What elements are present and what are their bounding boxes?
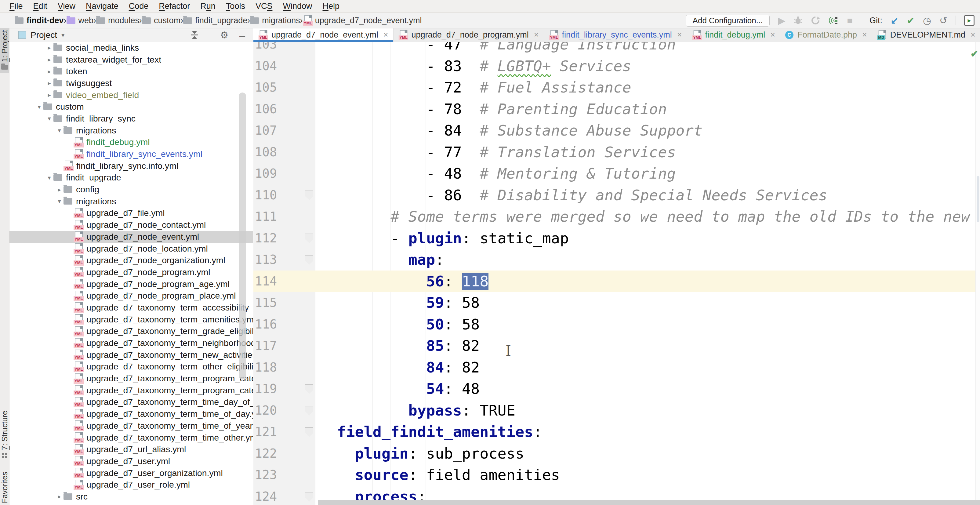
chevron-collapsed-icon[interactable]: ▸ xyxy=(45,44,53,51)
editor-line-111[interactable]: 111 # Some terms were merged so we need … xyxy=(253,206,976,228)
menu-edit[interactable]: Edit xyxy=(28,2,53,11)
editor-line-110[interactable]: 110 - 86 # Disability and Special Needs … xyxy=(253,185,976,206)
tree-item-upgrade-d7-taxonomy-term-new-activities[interactable]: YMLupgrade_d7_taxonomy_term_new_activiti… xyxy=(10,349,253,361)
menu-help[interactable]: Help xyxy=(317,2,345,11)
editor-line-108[interactable]: 108 - 77 # Translation Services xyxy=(253,141,976,163)
menu-view[interactable]: View xyxy=(52,2,81,11)
editor-line-103[interactable]: 103 - 47 # Language Instruction xyxy=(253,42,976,55)
tree-item-upgrade-d7-node-program-age-yml[interactable]: YMLupgrade_d7_node_program_age.yml xyxy=(10,278,253,290)
breadcrumb-item[interactable]: findit-dev xyxy=(15,16,64,25)
tree-item-upgrade-d7-taxonomy-term-time-other-ym[interactable]: YMLupgrade_d7_taxonomy_term_time_other.y… xyxy=(10,432,253,444)
tree-scrollbar[interactable] xyxy=(239,92,246,379)
breadcrumb-item[interactable]: custom xyxy=(142,16,180,25)
tree-item-upgrade-d7-user-yml[interactable]: YMLupgrade_d7_user.yml xyxy=(10,455,253,467)
coverage-icon[interactable] xyxy=(811,16,820,25)
tree-item-token[interactable]: ▸token xyxy=(10,65,253,77)
tree-item-upgrade-d7-taxonomy-term-program-cate[interactable]: YMLupgrade_d7_taxonomy_term_program_cate xyxy=(10,373,253,384)
project-panel-title[interactable]: Project xyxy=(30,30,57,40)
breadcrumb-item[interactable]: modules xyxy=(96,16,139,25)
tool-stripe-favorites-button[interactable]: 2: Favorites xyxy=(0,465,9,505)
breadcrumb-item[interactable]: migrations xyxy=(250,16,300,25)
menu-tools[interactable]: Tools xyxy=(221,2,250,11)
tree-item-upgrade-d7-taxonomy-term-amenities-yml[interactable]: YMLupgrade_d7_taxonomy_term_amenities.ym… xyxy=(10,314,253,325)
chevron-expanded-icon[interactable]: ▾ xyxy=(35,103,43,110)
chevron-collapsed-icon[interactable]: ▸ xyxy=(55,493,64,500)
tree-item-upgrade-d7-taxonomy-term-time-of-day-y[interactable]: YMLupgrade_d7_taxonomy_term_time_of_day.… xyxy=(10,408,253,420)
tree-item-upgrade-d7-taxonomy-term-program-cate[interactable]: YMLupgrade_d7_taxonomy_term_program_cate xyxy=(10,384,253,396)
menu-window[interactable]: Window xyxy=(277,2,317,11)
tree-item-migrations[interactable]: ▾migrations xyxy=(10,195,253,207)
close-icon[interactable]: × xyxy=(677,30,682,40)
tree-item-upgrade-d7-taxonomy-term-time-of-year-[interactable]: YMLupgrade_d7_taxonomy_term_time_of_year… xyxy=(10,420,253,432)
tree-item-upgrade-d7-taxonomy-term-grade-eligibil[interactable]: YMLupgrade_d7_taxonomy_term_grade_eligib… xyxy=(10,325,253,338)
editor-line-123[interactable]: 123 source: field_amenities xyxy=(253,464,976,486)
tree-item-upgrade-d7-node-program-yml[interactable]: YMLupgrade_d7_node_program.yml xyxy=(10,266,253,278)
editor[interactable]: 103 - 47 # Language Instruction104 - 83 … xyxy=(253,42,980,505)
tree-item-src[interactable]: ▸src xyxy=(10,491,253,503)
close-icon[interactable]: × xyxy=(970,30,975,40)
chevron-expanded-icon[interactable]: ▾ xyxy=(55,127,64,134)
collapse-all-icon[interactable] xyxy=(191,31,198,39)
editor-line-115[interactable]: 115 59: 58 xyxy=(253,292,976,314)
breadcrumb-item[interactable]: YMLupgrade_d7_node_event.yml xyxy=(303,15,422,25)
tree-item-upgrade-d7-node-organization-yml[interactable]: YMLupgrade_d7_node_organization.yml xyxy=(10,254,253,266)
chevron-down-icon[interactable]: ▾ xyxy=(61,32,64,39)
tree-item-twigsuggest[interactable]: ▸twigsuggest xyxy=(10,77,253,89)
editor-line-107[interactable]: 107 - 84 # Substance Abuse Support xyxy=(253,120,976,141)
tree-item-findit-library-sync[interactable]: ▾findit_library_sync xyxy=(10,113,253,124)
tree-item-upgrade-d7-taxonomy-term-neighborhood[interactable]: YMLupgrade_d7_taxonomy_term_neighborhood xyxy=(10,337,253,349)
editor-line-119[interactable]: 119 54: 48 xyxy=(253,378,976,400)
editor-line-112[interactable]: 112 - plugin: static_map xyxy=(253,228,976,249)
run-icon[interactable]: ▶ xyxy=(778,16,785,25)
chevron-collapsed-icon[interactable]: ▸ xyxy=(45,68,53,75)
tree-item-video-embed-field[interactable]: ▸video_embed_field xyxy=(10,89,253,101)
menu-file[interactable]: File xyxy=(4,2,28,11)
tree-item-upgrade-d7-taxonomy-term-accessibility-c[interactable]: YMLupgrade_d7_taxonomy_term_accessibilit… xyxy=(10,302,253,314)
git-rollback-icon[interactable]: ↺ xyxy=(939,16,947,25)
tree-item-social-media-links[interactable]: ▸social_media_links xyxy=(10,42,253,54)
editor-line-114[interactable]: 114 56: 118 xyxy=(253,271,976,292)
close-icon[interactable]: × xyxy=(383,30,388,40)
editor-horizontal-scrollbar[interactable] xyxy=(318,500,980,505)
menu-refactor[interactable]: Refactor xyxy=(154,2,195,11)
git-update-icon[interactable]: ↙ xyxy=(891,16,899,25)
tree-item-findit-debug-yml[interactable]: YMLfindit_debug.yml xyxy=(10,137,253,148)
tree-item-upgrade-d7-url-alias-yml[interactable]: YMLupgrade_d7_url_alias.yml xyxy=(10,443,253,455)
stop-icon[interactable]: ■ xyxy=(847,16,853,25)
tree-item-textarea-widget-for-text[interactable]: ▸textarea_widget_for_text xyxy=(10,54,253,65)
chevron-collapsed-icon[interactable]: ▸ xyxy=(45,56,53,63)
menu-vcs[interactable]: VCS xyxy=(250,2,278,11)
breadcrumb-item[interactable]: findit_upgrade xyxy=(183,16,247,25)
editor-line-121[interactable]: 121field_findit_amenities: xyxy=(253,421,976,443)
breadcrumb-item[interactable]: web xyxy=(67,16,94,25)
editor-line-113[interactable]: 113 map: xyxy=(253,249,976,271)
editor-line-116[interactable]: 116 50: 58 xyxy=(253,314,976,335)
debug-icon[interactable] xyxy=(794,16,803,25)
chevron-collapsed-icon[interactable]: ▸ xyxy=(45,91,53,99)
menu-run[interactable]: Run xyxy=(195,2,221,11)
menu-code[interactable]: Code xyxy=(124,2,154,11)
profiler-icon[interactable] xyxy=(828,16,838,25)
close-icon[interactable]: × xyxy=(534,30,539,40)
tree-item-upgrade-d7-user-organization-yml[interactable]: YMLupgrade_d7_user_organization.yml xyxy=(10,467,253,479)
chevron-expanded-icon[interactable]: ▾ xyxy=(55,198,64,205)
tab-development-md[interactable]: MDDEVELOPMENT.md× xyxy=(872,28,980,42)
chevron-expanded-icon[interactable]: ▾ xyxy=(45,115,53,122)
tool-stripe-project-button[interactable]: 1: Project xyxy=(0,27,9,73)
tree-item-custom[interactable]: ▾custom xyxy=(10,101,253,113)
git-history-icon[interactable]: ◷ xyxy=(923,16,931,25)
tab-upgrade-d7-node-event-yml[interactable]: YMLupgrade_d7_node_event.yml× xyxy=(253,28,393,42)
editor-line-120[interactable]: 120 bypass: TRUE xyxy=(253,400,976,421)
editor-vertical-scrollbar[interactable] xyxy=(977,176,979,222)
close-icon[interactable]: × xyxy=(770,30,775,40)
tab-findit-library-sync-events-yml[interactable]: YMLfindit_library_sync_events.yml× xyxy=(544,28,687,42)
close-icon[interactable]: × xyxy=(862,30,867,40)
editor-line-109[interactable]: 109 - 48 # Mentoring & Tutoring xyxy=(253,163,976,185)
tab-formatdate-php[interactable]: CFormatDate.php× xyxy=(780,28,872,42)
tree-item-findit-library-sync-events-yml[interactable]: YMLfindit_library_sync_events.yml xyxy=(10,148,253,160)
tree-item-upgrade-d7-node-program-place-yml[interactable]: YMLupgrade_d7_node_program_place.yml xyxy=(10,290,253,302)
editor-line-104[interactable]: 104 - 83 # LGBTQ+ Services xyxy=(253,55,976,77)
tree-item-findit-upgrade[interactable]: ▾findit_upgrade xyxy=(10,172,253,184)
tree-item-upgrade-d7-taxonomy-term-time-day-of-[interactable]: YMLupgrade_d7_taxonomy_term_time_day_of_ xyxy=(10,396,253,408)
terminal-icon[interactable]: ▶ xyxy=(964,15,975,25)
